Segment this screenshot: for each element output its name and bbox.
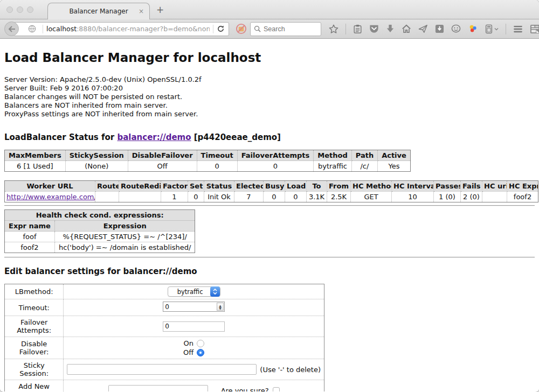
failover-attempts-row: Failover Attempts: 0 bbox=[5, 316, 324, 337]
horizontal-rule-2 bbox=[4, 257, 535, 258]
cell-elected: 7 bbox=[234, 192, 264, 202]
sticky-session-input[interactable] bbox=[67, 364, 257, 375]
menu-hamburger-icon[interactable] bbox=[513, 25, 523, 33]
browser-window: Balancer Manager × + localhost:8880/bala… bbox=[0, 0, 539, 392]
urlbar-divider-2 bbox=[213, 25, 213, 33]
col-load: Load bbox=[285, 181, 307, 192]
hc-table-title: Health check cond. expressions: bbox=[5, 210, 195, 221]
bookmark-star-icon[interactable] bbox=[329, 24, 338, 34]
disable-failover-row: Disable Failover: On Off bbox=[5, 337, 324, 359]
content-blocker-extension-icon[interactable] bbox=[236, 23, 247, 34]
number-stepper-icon[interactable]: ▲▼ bbox=[217, 303, 224, 311]
reload-button[interactable] bbox=[217, 25, 225, 33]
search-bar[interactable] bbox=[250, 22, 321, 36]
lbmethod-selected-value: bytraffic bbox=[177, 288, 211, 296]
cell-factor: 1 bbox=[161, 192, 188, 202]
sidebar-extension-icon[interactable] bbox=[530, 24, 539, 34]
cell-stickysession: (None) bbox=[65, 161, 128, 172]
search-icon bbox=[254, 25, 261, 32]
back-arrow-icon bbox=[8, 26, 16, 32]
worker-row: http://www.example.com/ 1 0 Init Ok 7 0 … bbox=[5, 192, 538, 202]
save-to-device-icon[interactable] bbox=[435, 24, 444, 33]
url-host: localhost bbox=[46, 25, 77, 33]
col-method: Method bbox=[314, 150, 351, 161]
disable-failover-off-radio[interactable] bbox=[197, 349, 204, 356]
col-hc-expr: HC Expr bbox=[507, 181, 538, 192]
col-hc-uri: HC uri bbox=[482, 181, 507, 192]
radio-on-label: On bbox=[183, 339, 193, 347]
site-identity-globe-icon[interactable] bbox=[28, 25, 36, 33]
col-worker-url: Worker URL bbox=[5, 181, 95, 192]
url-bar[interactable]: localhost:8880/balancer-manager?b=demo&n… bbox=[13, 22, 229, 36]
back-button[interactable] bbox=[4, 22, 19, 36]
page-content: Load Balancer Manager for localhost Serv… bbox=[0, 39, 539, 391]
sticky-session-note: (Use '-' to delete) bbox=[260, 366, 321, 374]
reading-list-clipboard-icon[interactable] bbox=[353, 24, 362, 34]
minimize-window-button[interactable] bbox=[17, 6, 23, 13]
cell-disablefailover: Off bbox=[128, 161, 197, 172]
are-you-sure-checkbox[interactable] bbox=[273, 387, 280, 392]
cell-routeredir bbox=[119, 192, 161, 202]
titlebar: Balancer Manager × + bbox=[0, 0, 539, 19]
close-window-button[interactable] bbox=[6, 6, 13, 13]
cell-busy: 0 bbox=[264, 192, 285, 202]
tab-close-icon[interactable]: × bbox=[139, 8, 144, 15]
cell-timeout: 0 bbox=[197, 161, 237, 172]
lbmethod-row: LBmethod: bytraffic bbox=[5, 284, 324, 299]
colored-dots-extension-icon[interactable] bbox=[468, 24, 478, 33]
zoom-window-button[interactable] bbox=[27, 6, 33, 13]
hc-row-foof: foof %{REQUEST_STATUS} =~ /^[234]/ bbox=[5, 232, 195, 242]
home-icon[interactable] bbox=[402, 24, 411, 33]
urlbar-divider bbox=[43, 25, 43, 33]
radio-off-label: Off bbox=[183, 348, 194, 356]
disable-failover-label: Disable Failover: bbox=[5, 337, 64, 359]
col-from: From bbox=[327, 181, 351, 192]
col-status: Status bbox=[204, 181, 234, 192]
disable-failover-on-radio[interactable] bbox=[197, 340, 204, 347]
cell-hc-uri bbox=[482, 192, 507, 202]
url-text[interactable]: localhost:8880/balancer-manager?b=demo&n… bbox=[46, 25, 210, 33]
col-factor: Factor bbox=[161, 181, 188, 192]
col-busy: Busy bbox=[264, 181, 285, 192]
new-tab-button[interactable]: + bbox=[156, 4, 164, 15]
proxypass-notice-line: ProxyPass settings are NOT inherited fro… bbox=[4, 110, 535, 118]
timeout-input[interactable]: 0 ▲▼ bbox=[163, 302, 225, 312]
horizontal-rule bbox=[4, 205, 535, 206]
chat-smiley-icon[interactable] bbox=[451, 24, 461, 33]
server-built-line: Server Built: Feb 9 2016 07:00:20 bbox=[4, 84, 535, 93]
col-path: Path bbox=[351, 150, 377, 161]
cell-route bbox=[95, 192, 119, 202]
col-routeredir: RouteRedir bbox=[119, 181, 161, 192]
cell-hc-interval: 10 bbox=[392, 192, 434, 202]
send-page-icon[interactable] bbox=[418, 24, 428, 33]
page-title: Load Balancer Manager for localhost bbox=[4, 51, 535, 65]
tab-balancer-manager[interactable]: Balancer Manager × bbox=[47, 3, 150, 19]
timeout-row: Timeout: 0 ▲▼ bbox=[5, 299, 324, 316]
edit-settings-heading: Edit balancer settings for balancer://de… bbox=[4, 267, 535, 276]
cell-expr-name: foof bbox=[5, 232, 55, 242]
col-expr-name: Expr name bbox=[5, 221, 55, 232]
col-stickysession: StickySession bbox=[65, 150, 128, 161]
window-controls bbox=[6, 6, 33, 13]
cell-set: 0 bbox=[188, 192, 204, 202]
status-heading-prefix: LoadBalancer Status for bbox=[4, 132, 117, 142]
failover-attempts-input[interactable]: 0 bbox=[163, 321, 225, 332]
col-failoverattempts: FailoverAttempts bbox=[237, 150, 314, 161]
chevron-down-icon bbox=[494, 27, 499, 31]
failover-attempts-value: 0 bbox=[165, 323, 169, 330]
col-set: Set bbox=[188, 181, 204, 192]
search-input[interactable] bbox=[264, 25, 317, 33]
worker-url-link[interactable]: http://www.example.com/ bbox=[6, 193, 95, 201]
balancer-demo-link[interactable]: balancer://demo bbox=[117, 132, 191, 142]
table-row: 6 [1 Used] (None) Off 0 0 bytraffic /c/ … bbox=[5, 161, 411, 172]
sticky-session-row: Sticky Session: (Use '-' to delete) bbox=[5, 359, 324, 380]
worker-status-table: Worker URL Route RouteRedir Factor Set S… bbox=[4, 180, 538, 202]
lbmethod-select[interactable]: bytraffic bbox=[168, 286, 220, 297]
downloads-icon[interactable] bbox=[386, 24, 395, 33]
pocket-icon[interactable] bbox=[369, 24, 379, 33]
cell-fails: 2 (0) bbox=[461, 192, 482, 202]
add-new-worker-label: Add New Worker: bbox=[5, 380, 64, 392]
are-you-sure-label: Are you sure? bbox=[221, 387, 269, 392]
add-new-worker-input[interactable] bbox=[108, 385, 208, 391]
container-tabs-icon[interactable] bbox=[485, 24, 499, 34]
